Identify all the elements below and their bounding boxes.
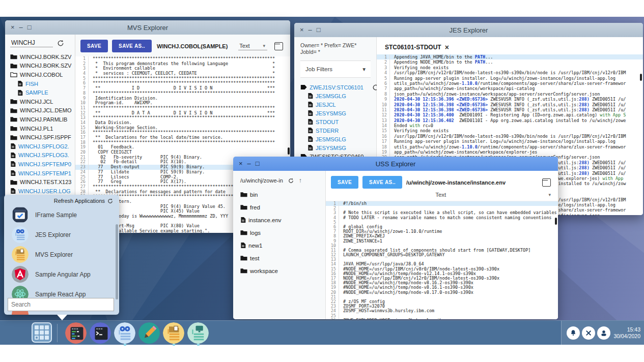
tree-item-label: new1 <box>248 243 263 249</box>
close-icon[interactable]: × <box>239 157 243 171</box>
tree-item-winchj-pl1[interactable]: WINCHJ.PL1 <box>10 124 75 133</box>
minimize-icon[interactable]: – <box>19 20 23 35</box>
tree-item-jesysmsg[interactable]: JESYSMSG <box>300 143 376 152</box>
tree-item-winchj-jcl[interactable]: WINCHJ.JCL <box>10 97 75 106</box>
tree-item-label: fred <box>250 204 260 210</box>
notifications-bell-icon[interactable] <box>567 326 580 340</box>
tree-item-test[interactable]: test <box>240 252 325 264</box>
code-line: 9ZOWE_INSTANCE=1 <box>326 239 558 244</box>
tree-item-fred[interactable]: fred <box>240 201 325 214</box>
code-line: 24ZOSMF_HOST=winmvs3b.hursley.ibm.com <box>326 309 558 313</box>
tree-item-winchj-spf-isppf[interactable]: WINCHJ.SPF.ISPPF <box>10 133 75 142</box>
open-in-window-icon[interactable] <box>274 42 283 50</box>
code-line: 17Running app-server plugin installer. L… <box>377 139 643 144</box>
syntax-mode-select[interactable]: Text ▾ <box>238 42 267 50</box>
tree-item-jesysmsg[interactable]: JESYSMSG <box>300 109 376 117</box>
uss-window-controls: × – □ <box>233 157 260 171</box>
scrollbar-thumb[interactable] <box>288 147 290 155</box>
maximize-icon[interactable]: □ <box>27 20 32 35</box>
mvs-window-controls: × – □ <box>5 20 32 35</box>
tree-item-winchj-cobol[interactable]: WINCHJ.COBOL <box>10 70 75 79</box>
tree-item-logs[interactable]: logs <box>240 226 325 239</box>
taskbar-app-jes-explorer[interactable] <box>114 322 135 344</box>
save-button[interactable]: SAVE <box>80 40 108 52</box>
taskbar-app-vt-terminal[interactable] <box>90 322 111 344</box>
uss-code-editor[interactable]: 1#!/bin/sh23# Note this script is execut… <box>326 201 558 319</box>
line-number: 7 <box>75 86 88 91</box>
taskbar-app-editor[interactable] <box>138 322 160 344</box>
scrollbar-thumb[interactable] <box>640 74 642 81</box>
folder-icon <box>10 179 17 185</box>
launcher-app-jes-explorer[interactable]: JES Explorer <box>4 225 119 245</box>
user-account-icon[interactable] <box>597 326 610 340</box>
save-as-button[interactable]: SAVE AS.. <box>112 40 152 52</box>
tree-item-stdout[interactable]: STDOUT <box>300 117 376 126</box>
menu-pointer-arrow <box>57 315 67 320</box>
minimize-icon[interactable]: – <box>247 157 251 171</box>
tree-item-jesmsglg[interactable]: JESMSGLG <box>300 92 376 100</box>
maximize-icon[interactable]: □ <box>317 23 321 37</box>
uss-path-input[interactable]: /u/winchj/zowe-in <box>240 177 283 184</box>
tab-stc06101-stdout[interactable]: STC06101-STDOUT <box>385 44 441 51</box>
tree-item-winchj-test-x123[interactable]: WINCHJ.TEST.X123 <box>10 177 75 187</box>
launcher-app-iframe-sample[interactable]: IFrame Sample <box>4 205 119 225</box>
tree-item-winchj-spftemp1[interactable]: WINCHJ.SPFTEMP1 <box>10 169 75 178</box>
menu-scrollbar[interactable] <box>116 224 118 299</box>
refresh-icon[interactable] <box>288 178 294 184</box>
save-button[interactable]: SAVE <box>331 176 358 189</box>
mvs-titlebar[interactable]: × – □ MVS Explorer <box>5 20 290 35</box>
uss-explorer-window[interactable]: × – □ USS Explorer /u/winchj/zowe-in ↑ b… <box>233 157 558 319</box>
launcher-app-sample-angular-app[interactable]: Sample Angular App <box>4 264 119 284</box>
tree-item-zwej1sv-stc06101[interactable]: ZWEJ1SV:STC06101 <box>300 83 376 92</box>
scrollbar-thumb[interactable] <box>555 218 557 225</box>
job-filters-dropdown[interactable]: Job Filters ▾ <box>300 61 371 78</box>
doc-icon <box>10 170 16 176</box>
close-icon[interactable]: × <box>300 23 304 37</box>
save-as-button[interactable]: SAVE AS.. <box>362 176 402 189</box>
dataset-filter-input[interactable] <box>10 39 53 47</box>
app-search-input[interactable] <box>8 298 114 311</box>
tree-item-bin[interactable]: bin <box>240 188 325 201</box>
tree-item-winchj-spftemp0[interactable]: WINCHJ.SPFTEMP0 <box>10 160 75 169</box>
tree-item-winchj-user-log[interactable]: WINCHJ.USER.LOG <box>10 187 75 196</box>
tree-item-stderr[interactable]: STDERR <box>300 126 376 135</box>
taskbar: 15:43 30/04/2020 <box>0 320 644 345</box>
syntax-mode-select[interactable]: Text ▾ <box>326 191 558 201</box>
refresh-icon[interactable] <box>57 40 64 47</box>
tree-item-winchj-bork-szv[interactable]: WINCHJ.BORK.SZV <box>10 52 75 62</box>
clock-time: 15:43 <box>613 326 640 333</box>
launcher-app-mvs-explorer[interactable]: MVS Explorer <box>4 245 119 264</box>
close-tab-icon[interactable]: × <box>445 43 449 51</box>
tree-item-new1[interactable]: new1 <box>240 239 325 252</box>
open-in-window-icon[interactable] <box>542 178 551 187</box>
line-number: 8 <box>326 234 339 238</box>
tree-item-winchj-spflog2-[interactable]: WINCHJ.SPFLOG2. <box>10 142 75 151</box>
tree-item-workspace[interactable]: workspace <box>240 264 325 277</box>
jes-job-tree: ZWEJ1SV:STC06101JESMSGLGJESJCLJESYSMSGST… <box>300 83 376 161</box>
tree-item-winchj-parmlib[interactable]: WINCHJ.PARMLIB <box>10 115 75 124</box>
maximize-icon[interactable]: □ <box>256 157 260 171</box>
tree-item-sample[interactable]: SAMPLE <box>10 88 75 97</box>
jes-titlebar[interactable]: × – □ JES Explorer <box>294 23 643 37</box>
taskbar-app-mvs-explorer[interactable] <box>163 322 184 344</box>
taskbar-app-tn3270-terminal[interactable] <box>65 322 87 344</box>
tree-item-winchj-bork-szv[interactable]: WINCHJ.BORK.SZV <box>10 62 75 71</box>
minimize-icon[interactable]: – <box>309 23 312 37</box>
up-directory-icon[interactable]: ↑ <box>299 177 302 184</box>
tree-item-jesmsglg[interactable]: JESMSGLG <box>300 135 376 143</box>
tree-item-jesjcl[interactable]: JESJCL <box>300 100 376 109</box>
folder-icon <box>240 230 247 235</box>
line-number: 3 <box>75 66 88 71</box>
settings-tools-icon[interactable] <box>582 326 595 340</box>
tree-item-label: WINCHJ.TEST.X123 <box>20 179 71 185</box>
tree-item-winchj-jcl-demo[interactable]: WINCHJ.JCL.DEMO <box>10 106 75 115</box>
uss-titlebar[interactable]: × – □ USS Explorer <box>233 157 558 171</box>
tree-item-fish[interactable]: FISH <box>10 79 75 88</box>
app-launcher-button[interactable] <box>32 322 52 343</box>
taskbar-app-uss-explorer[interactable] <box>187 322 209 344</box>
tree-item-instance-env[interactable]: instance.env <box>240 214 325 226</box>
refresh-icon[interactable] <box>107 198 113 204</box>
close-icon[interactable]: × <box>11 20 15 35</box>
tree-item-winchj-spflog3-[interactable]: WINCHJ.SPFLOG3. <box>10 151 75 160</box>
refresh-applications-label[interactable]: Refresh Applications <box>54 198 105 204</box>
